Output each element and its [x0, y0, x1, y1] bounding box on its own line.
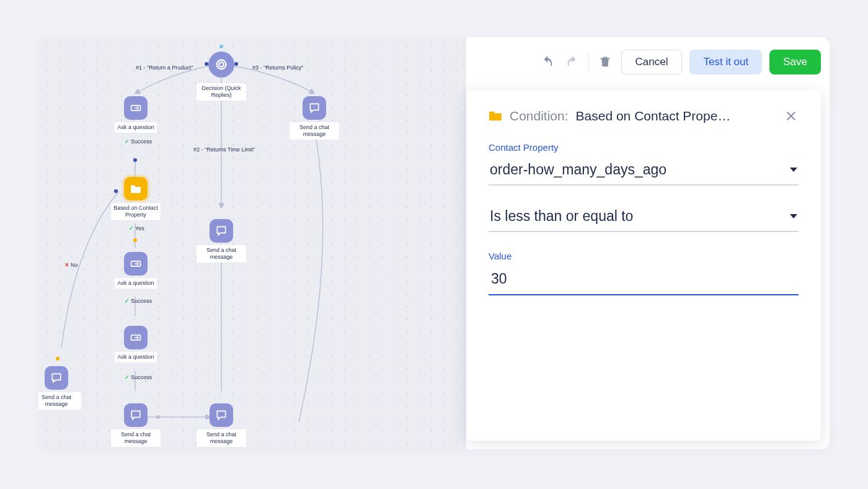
node-chat-col1-bottom[interactable]: Send a chat message: [111, 403, 161, 447]
input-icon: [124, 96, 148, 120]
chat-icon: [124, 403, 148, 427]
chat-icon: [210, 219, 233, 243]
connector-dot: [156, 415, 160, 419]
undo-button[interactable]: [539, 53, 556, 71]
status-no: ✕No: [64, 262, 78, 268]
chevron-down-icon: [790, 214, 797, 218]
node-chat-col3[interactable]: Send a chat message: [290, 96, 339, 140]
input-icon: [124, 326, 148, 349]
node-chat-col2-b[interactable]: Send a chat message: [197, 403, 246, 447]
node-ask-question-1[interactable]: Ask a question: [111, 96, 161, 133]
node-label: Ask a question: [115, 122, 156, 133]
save-button[interactable]: Save: [769, 50, 821, 74]
chat-icon: [45, 366, 68, 390]
branch-label-1: #1 - "Return a Product": [136, 65, 193, 71]
branch-label-3: #3 - "Returns Policy": [252, 65, 303, 71]
start-node-label: Decision (Quick Replies): [197, 81, 246, 101]
panel-title-value: Based on Contact Prope…: [576, 109, 771, 123]
folder-icon: [124, 177, 148, 200]
status-success: ✓Success: [125, 298, 152, 304]
connector-dot: [133, 238, 137, 242]
node-chat-col2-a[interactable]: Send a chat message: [197, 219, 246, 262]
select-value: Is less than or equal to: [490, 208, 633, 225]
status-success: ✓Success: [125, 374, 152, 380]
connector-dot: [219, 45, 223, 48]
redo-button[interactable]: [564, 53, 581, 71]
node-label: Decision (Quick Replies): [197, 83, 246, 101]
node-label: Send a chat message: [38, 392, 81, 410]
node-label: Send a chat message: [197, 245, 246, 262]
folder-icon: [489, 110, 502, 122]
close-panel-button[interactable]: [784, 109, 799, 123]
status-yes: ✓Yes: [129, 225, 144, 231]
toolbar: Cancel Test it out Save: [539, 50, 821, 74]
svg-point-7: [219, 62, 223, 66]
contact-property-select[interactable]: order-how_many_days_ago: [489, 158, 799, 186]
panel-header: Condition: Based on Contact Prope…: [489, 109, 799, 123]
svg-point-6: [217, 60, 226, 70]
branch-label-2: #2 - "Returns Time Limit": [193, 146, 255, 153]
app-frame: Decision (Quick Replies) #1 - "Return a …: [38, 37, 830, 449]
connector-dot: [234, 62, 238, 66]
node-condition-selected[interactable]: Based on Contact Property: [111, 177, 161, 220]
close-icon: [785, 110, 797, 122]
node-label: Send a chat message: [290, 122, 339, 140]
connectors-layer: [38, 37, 466, 449]
cancel-button[interactable]: Cancel: [621, 50, 683, 74]
separator: [588, 53, 589, 71]
node-chat-no-branch[interactable]: Send a chat message: [38, 366, 81, 410]
chat-icon: [210, 403, 233, 427]
test-button[interactable]: Test it out: [689, 50, 762, 74]
button-label: Save: [783, 56, 807, 68]
node-label: Send a chat message: [197, 429, 246, 447]
node-ask-question-2[interactable]: Ask a question: [111, 252, 161, 289]
node-label: Ask a question: [115, 278, 156, 289]
connector-dot: [56, 357, 60, 361]
flow-canvas[interactable]: Decision (Quick Replies) #1 - "Return a …: [38, 37, 466, 449]
node-label: Send a chat message: [111, 429, 161, 447]
status-success: ✓Success: [125, 138, 152, 145]
panel-title-label: Condition:: [510, 109, 569, 123]
value-input-wrap: [489, 266, 799, 295]
node-ask-question-3[interactable]: Ask a question: [111, 326, 161, 362]
delete-button[interactable]: [596, 53, 614, 71]
chat-icon: [303, 96, 326, 120]
select-value: order-how_many_days_ago: [490, 161, 666, 178]
button-label: Test it out: [703, 56, 748, 68]
contact-property-label: Contact Property: [489, 142, 799, 153]
button-label: Cancel: [636, 56, 668, 68]
node-label: Based on Contact Property: [111, 203, 161, 220]
input-icon: [124, 252, 148, 276]
operator-select[interactable]: Is less than or equal to: [489, 204, 799, 232]
node-label: Ask a question: [115, 352, 156, 362]
connector-dot: [133, 158, 137, 162]
value-input[interactable]: [490, 270, 797, 288]
condition-side-panel: Condition: Based on Contact Prope… Conta…: [466, 90, 821, 441]
value-label: Value: [489, 251, 799, 261]
chevron-down-icon: [790, 168, 797, 172]
connector-dot: [205, 62, 208, 66]
start-node[interactable]: [208, 52, 234, 78]
